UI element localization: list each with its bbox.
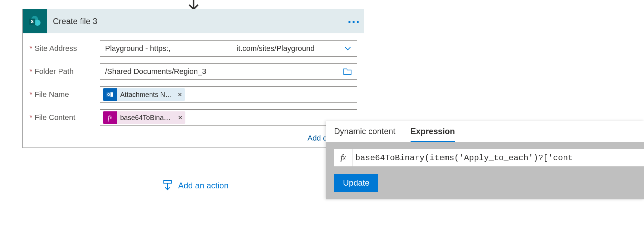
- outlook-icon: [103, 88, 117, 101]
- action-card-create-file: S Create file 3 Site Address Playground …: [22, 9, 364, 148]
- flyout-tabs: Dynamic content Expression: [326, 121, 644, 142]
- field-label: Folder Path: [30, 67, 100, 76]
- folder-path-value: /Shared Documents/Region_3: [105, 67, 343, 76]
- token-remove-button[interactable]: [175, 88, 185, 101]
- update-button[interactable]: Update: [334, 174, 378, 192]
- svg-rect-8: [164, 180, 171, 183]
- token-label: base64ToBinar…: [117, 114, 175, 122]
- folder-picker-icon[interactable]: [343, 68, 352, 75]
- field-row-folder-path: Folder Path /Shared Documents/Region_3: [30, 63, 357, 80]
- dynamic-token-attachments-name[interactable]: Attachments N…: [103, 88, 185, 101]
- flyout-body: fx base64ToBinary(items('Apply_to_each')…: [326, 142, 644, 199]
- add-dynamic-content-link[interactable]: Add dynamic c: [23, 134, 364, 147]
- token-label: Attachments N…: [117, 91, 175, 99]
- chevron-down-icon: [344, 44, 352, 53]
- add-action-label: Add an action: [178, 181, 229, 190]
- card-body: Site Address Playground - https:, it.com…: [23, 33, 364, 134]
- field-row-site-address: Site Address Playground - https:, it.com…: [30, 40, 357, 57]
- expression-code[interactable]: base64ToBinary(items('Apply_to_each')?['…: [353, 153, 644, 163]
- add-action-icon: [162, 180, 173, 191]
- field-label: Site Address: [30, 44, 100, 53]
- ellipsis-icon: [347, 18, 360, 24]
- site-address-dropdown[interactable]: Playground - https:, it.com/sites/Playgr…: [100, 40, 357, 57]
- svg-text:S: S: [31, 19, 34, 24]
- site-address-value-left: Playground - https:,: [105, 44, 171, 53]
- site-address-value: Playground - https:, it.com/sites/Playgr…: [105, 44, 344, 53]
- card-menu-button[interactable]: [343, 9, 364, 33]
- site-address-value-right: it.com/sites/Playground: [237, 44, 314, 53]
- svg-point-7: [108, 94, 109, 95]
- tab-expression[interactable]: Expression: [411, 126, 455, 142]
- dynamic-content-flyout: Dynamic content Expression fx base64ToBi…: [326, 121, 644, 199]
- fx-icon: fx: [334, 149, 353, 166]
- add-action-button[interactable]: Add an action: [162, 180, 229, 191]
- fx-icon: fx: [103, 111, 117, 124]
- folder-path-input[interactable]: /Shared Documents/Region_3: [100, 63, 357, 80]
- file-content-input[interactable]: fx base64ToBinar…: [100, 109, 357, 126]
- token-remove-button[interactable]: [175, 111, 185, 124]
- card-title: Create file 3: [47, 16, 343, 26]
- card-header[interactable]: S Create file 3: [23, 9, 364, 33]
- expression-token-base64tobinary[interactable]: fx base64ToBinar…: [103, 111, 185, 124]
- field-label: File Name: [30, 90, 100, 99]
- field-row-file-content: File Content fx base64ToBinar…: [30, 109, 357, 126]
- field-label: File Content: [30, 113, 100, 122]
- expression-input[interactable]: fx base64ToBinary(items('Apply_to_each')…: [334, 149, 644, 166]
- field-row-file-name: File Name Attachments N…: [30, 86, 357, 103]
- tab-dynamic-content[interactable]: Dynamic content: [334, 126, 395, 142]
- file-name-input[interactable]: Attachments N…: [100, 86, 357, 103]
- sharepoint-icon: S: [23, 9, 47, 33]
